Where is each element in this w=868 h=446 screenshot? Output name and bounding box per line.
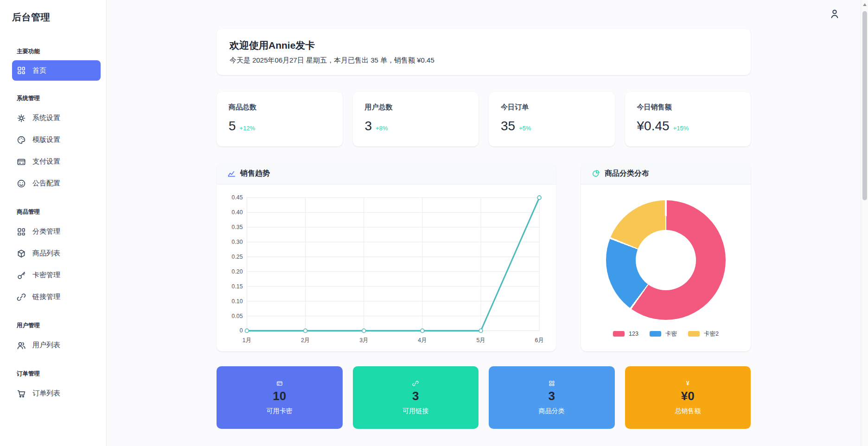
quick-card-available-keys[interactable]: 10 可用卡密 — [217, 366, 343, 429]
sidebar-item-announcement-config[interactable]: 公告配置 — [12, 172, 101, 194]
pie-chart-icon — [592, 170, 600, 178]
donut-chart-area: 123卡密卡密2 — [581, 185, 751, 351]
sidebar-item-card-key-management[interactable]: 卡密管理 — [12, 264, 101, 286]
quick-card-product-categories[interactable]: 3 商品分类 — [489, 366, 615, 429]
category-distribution-header: 商品分类分布 — [581, 163, 751, 185]
legend-item[interactable]: 卡密2 — [688, 330, 719, 338]
scrollbar-up-arrow[interactable] — [863, 3, 867, 6]
line-chart-area: 00.050.100.150.200.250.300.350.400.451月2… — [217, 185, 556, 351]
users-icon — [17, 341, 26, 350]
scrollbar-thumb[interactable] — [862, 11, 867, 200]
gear-icon — [17, 114, 26, 123]
svg-text:0: 0 — [240, 327, 243, 334]
credit-card-icon — [276, 380, 283, 387]
legend-item[interactable]: 123 — [613, 331, 638, 337]
stat-trend: +12% — [240, 125, 255, 132]
stat-card-products-total: 商品总数 5 +12% — [217, 92, 343, 147]
stat-label: 今日订单 — [501, 103, 603, 112]
legend-swatch — [688, 331, 700, 337]
sidebar-item-label: 链接管理 — [32, 293, 60, 301]
sidebar-item-product-list[interactable]: 商品列表 — [12, 242, 101, 264]
scrollbar[interactable] — [861, 0, 868, 446]
sidebar-section-label: 商品管理 — [17, 208, 101, 216]
sidebar-item-link-management[interactable]: 链接管理 — [12, 286, 101, 308]
credit-card-icon — [17, 157, 26, 166]
welcome-card: 欢迎使用Annie发卡 今天是 2025年06月27日 星期五，本月已售出 35… — [217, 29, 751, 75]
sidebar-section-label: 订单管理 — [17, 370, 101, 378]
sidebar-item-template-settings[interactable]: 模版设置 — [12, 129, 101, 151]
link-icon — [412, 380, 419, 387]
svg-text:5月: 5月 — [476, 337, 485, 344]
sidebar-item-user-list[interactable]: 用户列表 — [12, 334, 101, 356]
svg-text:0.10: 0.10 — [232, 298, 243, 304]
trend-line-icon — [228, 170, 236, 178]
sidebar-item-payment-settings[interactable]: 支付设置 — [12, 151, 101, 172]
chart-title: 销售趋势 — [240, 169, 270, 178]
stat-value: 35 — [501, 119, 515, 134]
stat-label: 今日销售额 — [637, 103, 739, 112]
sidebar-item-system-settings[interactable]: 系统设置 — [12, 107, 101, 129]
dashboard-grid-icon — [17, 66, 26, 75]
stat-card-orders-today: 今日订单 35 +5% — [489, 92, 615, 147]
svg-text:2月: 2月 — [301, 337, 310, 344]
svg-text:0.05: 0.05 — [232, 312, 243, 319]
chart-title: 商品分类分布 — [605, 169, 649, 178]
charts-row: 销售趋势 00.050.100.150.200.250.300.350.400.… — [217, 163, 751, 351]
quick-value: 10 — [273, 389, 286, 403]
sidebar-item-order-list[interactable]: 订单列表 — [12, 382, 101, 404]
sidebar-item-label: 订单列表 — [32, 389, 60, 398]
grid-icon — [549, 380, 555, 387]
legend-label: 卡密2 — [704, 330, 719, 338]
sidebar-section-label: 用户管理 — [17, 322, 101, 330]
donut-legend: 123卡密卡密2 — [613, 330, 719, 338]
legend-label: 卡密 — [665, 330, 677, 338]
quick-value: ¥0 — [681, 389, 695, 403]
legend-swatch — [650, 331, 661, 337]
sidebar-section-label: 系统管理 — [17, 95, 101, 102]
stat-card-users-total: 用户总数 3 +8% — [353, 92, 479, 147]
quick-card-available-links[interactable]: 3 可用链接 — [353, 366, 479, 429]
svg-text:4月: 4月 — [418, 337, 427, 344]
quick-label: 商品分类 — [539, 407, 565, 415]
sidebar: 后台管理 主要功能 首页 系统管理 系统设置 模版设置 支付设置 公告配置 商品… — [0, 0, 107, 446]
stats-row: 商品总数 5 +12% 用户总数 3 +8% 今日订单 35 +5% — [217, 92, 751, 147]
cart-icon — [17, 389, 26, 398]
svg-text:0.20: 0.20 — [232, 268, 243, 275]
legend-item[interactable]: 卡密 — [650, 330, 677, 338]
user-icon[interactable] — [829, 8, 841, 20]
quick-label: 可用卡密 — [267, 407, 293, 415]
sidebar-item-home[interactable]: 首页 — [12, 60, 101, 81]
smiley-icon — [17, 179, 26, 188]
link-icon — [17, 293, 26, 302]
svg-text:0.40: 0.40 — [232, 209, 243, 216]
topbar — [107, 0, 861, 29]
sidebar-item-label: 系统设置 — [32, 114, 60, 122]
stat-trend: +15% — [673, 125, 689, 132]
quick-card-total-sales[interactable]: ¥ ¥0 总销售额 — [625, 366, 751, 429]
line-chart: 00.050.100.150.200.250.300.350.400.451月2… — [226, 191, 547, 347]
sidebar-item-label: 首页 — [32, 66, 46, 75]
quick-stats-row: 10 可用卡密 3 可用链接 3 商品分类 ¥ ¥0 总销售额 — [217, 366, 751, 436]
svg-text:0.15: 0.15 — [232, 283, 243, 290]
package-icon — [17, 249, 26, 258]
sidebar-item-label: 卡密管理 — [32, 271, 60, 280]
legend-label: 123 — [629, 331, 638, 337]
svg-text:6月: 6月 — [535, 337, 544, 344]
sidebar-section-label: 主要功能 — [17, 48, 101, 56]
sidebar-item-label: 用户列表 — [32, 341, 60, 350]
sales-trend-card: 销售趋势 00.050.100.150.200.250.300.350.400.… — [217, 163, 556, 351]
sidebar-item-label: 公告配置 — [32, 179, 60, 188]
sidebar-item-label: 商品列表 — [32, 249, 60, 258]
quick-value: 3 — [412, 389, 419, 403]
quick-label: 总销售额 — [675, 407, 701, 415]
stat-label: 用户总数 — [365, 103, 467, 112]
sidebar-item-category-management[interactable]: 分类管理 — [12, 221, 101, 242]
stat-value: ¥0.45 — [637, 119, 670, 134]
yen-icon: ¥ — [686, 380, 689, 387]
category-distribution-card: 商品分类分布 123卡密卡密2 — [581, 163, 751, 351]
stat-trend: +5% — [519, 125, 531, 132]
grid-icon — [17, 227, 26, 236]
svg-text:0.25: 0.25 — [232, 254, 243, 260]
key-icon — [17, 271, 26, 280]
quick-label: 可用链接 — [402, 407, 428, 415]
